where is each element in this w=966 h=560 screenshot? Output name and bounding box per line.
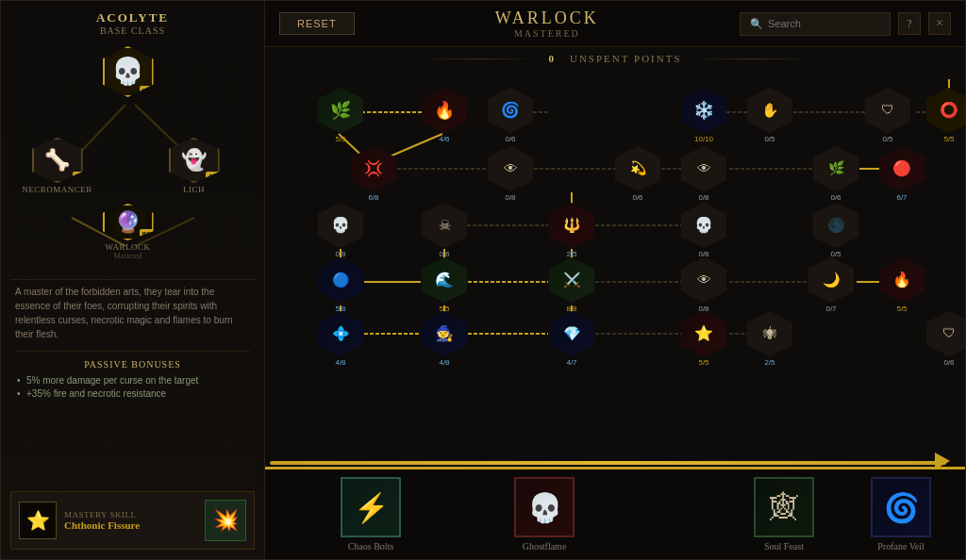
class-node-acolyte[interactable]: 💀 22 <box>100 43 157 100</box>
bottom-section: ⚡ Chaos Bolts 💀 Ghostflame 🕸 Soul Feast … <box>265 467 965 559</box>
warlock-number: 80 <box>140 229 154 240</box>
skill-node-14[interactable]: 💀 0/8 <box>317 202 364 258</box>
bottom-line-arrow <box>935 453 950 467</box>
skill-node-25[interactable]: 💠 4/8 <box>317 310 364 367</box>
skill-node-28[interactable]: ⭐ 5/5 <box>680 310 727 367</box>
mastery-chaos-bolts[interactable]: ⚡ Chaos Bolts <box>341 477 401 552</box>
mastery-skill-name: Chthonic Fissure <box>64 519 197 531</box>
lich-icon: 👻 <box>181 148 207 173</box>
skill-node-23[interactable]: 🌙 0/7 <box>808 256 855 313</box>
chaos-bolts-icon: ⚡ <box>341 477 401 537</box>
skill-tree-area: 🌿 5/5 🔥 4/6 🌀 0/6 <box>265 70 965 467</box>
class-node-lich[interactable]: 👻 11 Lich <box>166 138 223 194</box>
class-tree: ACOLYTE Base Class � <box>10 10 255 274</box>
skill-node-10[interactable]: 💫 0/6 <box>614 145 661 202</box>
passive-title: PASSIVE BONUSES <box>15 359 250 370</box>
skill-pts-12: 0/6 <box>830 193 841 202</box>
search-icon: 🔍 <box>750 18 763 30</box>
search-area: 🔍 ? × <box>740 12 951 36</box>
skill-node-16[interactable]: 🔱 2/5 <box>548 202 595 258</box>
skill-node-24[interactable]: 🔥 5/5 <box>878 256 925 313</box>
acolyte-hex: 💀 22 <box>103 46 154 97</box>
skill-node-17[interactable]: 💀 0/8 <box>680 202 727 258</box>
search-box[interactable]: 🔍 <box>740 12 891 36</box>
lich-number: 11 <box>206 172 220 183</box>
lich-hex: 👻 11 <box>169 138 220 183</box>
skill-node-26[interactable]: 🧙 4/8 <box>421 310 468 367</box>
skill-pts-10: 0/6 <box>632 193 642 202</box>
help-button[interactable]: ? <box>898 12 921 35</box>
skill-node-5[interactable]: ✋ 0/5 <box>746 87 793 143</box>
lich-label: Lich <box>183 185 205 194</box>
skill-node-8[interactable]: 💢 6/8 <box>350 145 397 202</box>
skill-node-6[interactable]: 🛡 0/5 <box>864 87 911 143</box>
mastery-skill-bar[interactable]: ⭐ Mastery Skill Chthonic Fissure 💥 <box>10 491 255 550</box>
warlock-hex: 🔮 80 <box>103 204 154 240</box>
skill-pts-29: 2/5 <box>764 358 774 367</box>
mastery-soul-feast[interactable]: 🕸 Soul Feast <box>754 477 814 552</box>
unspent-count: 0 <box>548 53 556 64</box>
unspent-bar: 0 UNSPENT POINTS <box>265 47 965 70</box>
reset-button[interactable]: RESET <box>279 12 355 35</box>
skill-node-4[interactable]: ❄️ 10/10 <box>680 87 727 143</box>
skill-node-2[interactable]: 🔥 4/6 <box>421 87 468 143</box>
skill-pts-5: 0/5 <box>764 135 774 143</box>
skill-pts-23: 0/7 <box>825 305 836 313</box>
unspent-label: UNSPENT POINTS <box>570 53 682 64</box>
skill-pts-13: 6/7 <box>896 193 907 202</box>
skill-node-11[interactable]: 👁 0/8 <box>680 145 727 202</box>
bottom-progress-line <box>270 461 946 465</box>
skill-node-9[interactable]: 👁 0/8 <box>487 145 534 202</box>
chaos-bolts-label: Chaos Bolts <box>348 541 394 552</box>
class-mastered-label: Mastered <box>364 28 730 39</box>
skill-node-21[interactable]: ⚔️ 8/8 <box>548 256 595 313</box>
skill-node-1[interactable]: 🌿 5/5 <box>317 87 364 143</box>
skill-node-20[interactable]: 🌊 5/5 <box>421 256 468 313</box>
warlock-icon: 🔮 <box>115 210 141 235</box>
skill-node-7[interactable]: ⭕ 5/5 <box>925 87 965 143</box>
search-input[interactable] <box>768 18 881 29</box>
mastery-icon: ⭐ <box>19 502 57 539</box>
skill-pts-24: 5/5 <box>896 305 907 313</box>
necromancer-icon: 🦴 <box>44 148 70 173</box>
mastery-ghostflame[interactable]: 💀 Ghostflame <box>514 477 575 552</box>
skill-pts-6: 0/5 <box>882 135 892 143</box>
skill-node-18[interactable]: 🌑 0/5 <box>812 202 859 258</box>
class-node-warlock[interactable]: 🔮 80 Warlock Mastered <box>100 204 157 260</box>
skill-node-29[interactable]: 🕷 2/5 <box>746 310 793 367</box>
skill-node-13[interactable]: 🔴 6/7 <box>878 145 925 202</box>
description-section: A master of the forbidden arts, they tea… <box>10 279 255 406</box>
description-text: A master of the forbidden arts, they tea… <box>15 285 250 341</box>
skill-node-27[interactable]: 💎 4/7 <box>548 310 595 367</box>
skill-node-12[interactable]: 🌿 0/6 <box>812 145 859 202</box>
skill-node-19[interactable]: 🔵 5/8 <box>317 256 364 313</box>
ghostflame-icon: 💀 <box>514 477 575 537</box>
skill-pts-25: 4/8 <box>335 358 345 367</box>
close-button[interactable]: × <box>928 12 951 35</box>
skill-node-22[interactable]: 👁 0/8 <box>680 256 727 313</box>
ghostflame-label: Ghostflame <box>523 541 567 552</box>
profane-veil-label: Profane Veil <box>877 541 924 552</box>
skill-node-30[interactable]: 🛡 0/6 <box>925 310 965 367</box>
mastery-label: Mastery Skill <box>64 510 197 519</box>
skill-pts-26: 4/8 <box>439 358 449 367</box>
soul-feast-label: Soul Feast <box>764 541 804 552</box>
necromancer-label: Necromancer <box>22 185 92 194</box>
mastery-skill-icon: 💥 <box>205 500 246 541</box>
passive-item-1: 5% more damage per curse on the target <box>15 375 250 386</box>
skill-node-3[interactable]: 🌀 0/6 <box>487 87 534 143</box>
skill-pts-7: 5/5 <box>943 135 954 143</box>
acolyte-class-name: ACOLYTE <box>96 10 169 25</box>
skill-pts-2: 4/6 <box>439 135 449 143</box>
mastery-profane-veil[interactable]: 🌀 Profane Veil <box>871 477 931 552</box>
skill-pts-8: 6/8 <box>368 193 378 202</box>
skill-pts-9: 0/8 <box>505 193 515 202</box>
passive-item-2: +35% fire and necrotic resistance <box>15 388 250 399</box>
necromancer-number: 0 <box>73 172 83 183</box>
skill-node-15[interactable]: ☠ 0/6 <box>421 202 468 258</box>
class-node-necromancer[interactable]: 🦴 0 Necromancer <box>29 138 86 194</box>
passive-list: 5% more damage per curse on the target +… <box>15 375 250 399</box>
top-bar: RESET Warlock Mastered 🔍 ? × <box>265 1 965 47</box>
skill-pts-28: 5/5 <box>698 358 708 367</box>
skill-pts-3: 0/6 <box>505 135 515 143</box>
